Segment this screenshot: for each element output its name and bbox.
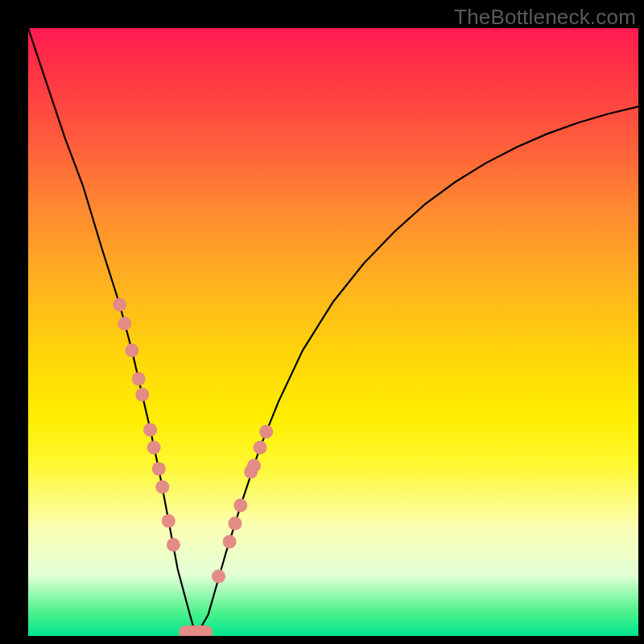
data-marker xyxy=(162,514,175,528)
data-marker xyxy=(254,440,267,454)
data-marker xyxy=(143,423,157,437)
data-marker xyxy=(228,517,242,530)
data-marker xyxy=(259,425,273,439)
plot-area xyxy=(28,28,638,636)
data-marker-pill xyxy=(179,625,213,636)
data-marker xyxy=(167,538,180,551)
data-marker xyxy=(212,570,225,584)
chart-frame: TheBottleneck.com xyxy=(0,0,644,644)
data-marker xyxy=(132,372,146,386)
curve-line xyxy=(28,28,638,636)
data-marker xyxy=(223,535,237,548)
watermark-text: TheBottleneck.com xyxy=(454,5,636,30)
data-marker xyxy=(233,498,247,512)
data-markers xyxy=(113,298,273,636)
data-marker xyxy=(147,440,161,454)
data-marker xyxy=(135,388,149,402)
chart-svg xyxy=(28,28,638,636)
data-marker xyxy=(118,316,131,330)
data-marker xyxy=(113,298,126,312)
data-marker xyxy=(247,459,261,473)
data-marker xyxy=(152,462,166,476)
data-marker xyxy=(125,344,138,357)
data-marker xyxy=(155,481,169,494)
